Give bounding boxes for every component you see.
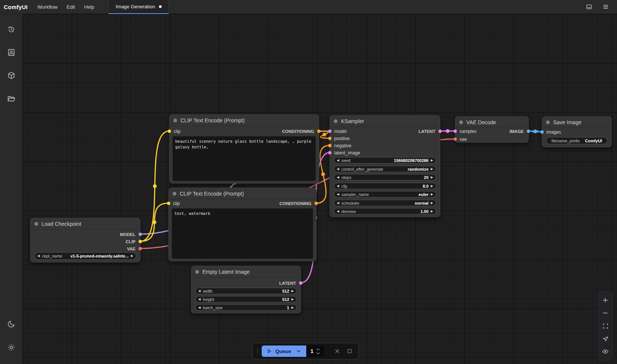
widget-cfg[interactable]: ◀cfg8.0▶ [334,183,436,189]
output-dot[interactable] [139,233,142,236]
step-down-icon[interactable] [316,352,320,355]
node-header[interactable]: Empty Latent Image [191,266,301,278]
decrement-arrow-icon[interactable]: ◀ [337,176,339,179]
output-slot-MODEL[interactable]: MODEL [31,231,140,238]
decrement-arrow-icon[interactable]: ◀ [337,210,339,213]
widget-height[interactable]: ◀height512▶ [195,296,297,302]
bottom-panel-icon[interactable] [585,2,594,11]
menu-icon[interactable] [601,2,610,11]
node-vae-decode[interactable]: VAE DecodesamplesvaeIMAGE [455,116,529,143]
widget-seed[interactable]: ◀seed156680208700286▶ [334,157,436,163]
input-slot-negative[interactable]: negative [330,142,440,149]
widget-scheduler[interactable]: ◀schedulernormal▶ [334,200,436,206]
step-up-icon[interactable] [316,348,320,351]
widget-sampler_name[interactable]: ◀sampler_nameeuler▶ [334,191,436,197]
output-dot[interactable] [438,130,442,133]
prompt-textarea[interactable]: text, watermark [172,208,313,259]
theme-moon-icon[interactable] [4,316,19,332]
node-ksampler[interactable]: KSamplermodelpositivenegativelatent_imag… [330,115,440,217]
output-dot[interactable] [139,240,142,243]
zoom-in-icon[interactable] [601,296,610,305]
node-header[interactable]: Save Image [542,117,611,128]
increment-arrow-icon[interactable]: ▶ [431,176,433,179]
output-slot-LATENT[interactable]: LATENT [191,280,301,287]
node-header[interactable]: Load Checkpoint [31,218,140,230]
decrement-arrow-icon[interactable]: ◀ [337,202,339,205]
input-dot[interactable] [328,151,332,154]
output-slot-CLIP[interactable]: CLIP [31,238,140,245]
select-cursor-icon[interactable] [601,334,610,343]
increment-arrow-icon[interactable]: ▶ [292,306,294,309]
output-dot[interactable] [139,247,142,250]
decrement-arrow-icon[interactable]: ◀ [337,193,339,196]
menu-workflow[interactable]: Workflow [33,0,62,14]
clear-queue-button[interactable] [333,347,341,356]
output-dot[interactable] [315,202,318,205]
input-dot[interactable] [540,130,544,134]
decrement-arrow-icon[interactable]: ◀ [337,168,339,171]
node-header[interactable]: CLIP Text Encode (Prompt) [169,188,316,199]
decrement-arrow-icon[interactable]: ◀ [198,298,201,301]
collapse-dot[interactable] [195,270,199,274]
node-empty-latent-image[interactable]: Empty Latent ImageLATENT◀width512▶◀heigh… [191,266,301,313]
menu-help[interactable]: Help [80,0,99,14]
increment-arrow-icon[interactable]: ▶ [431,202,433,205]
increment-arrow-icon[interactable]: ▶ [431,168,433,171]
increment-arrow-icon[interactable]: ▶ [431,159,433,162]
node-library-icon[interactable] [4,68,19,83]
widget-batch_size[interactable]: ◀batch_size1▶ [195,304,297,311]
output-slot-CONDITIONING[interactable]: CONDITIONING [170,128,319,135]
node-header[interactable]: VAE Decode [455,117,528,128]
drag-handle[interactable]: ⋮ [255,350,258,352]
widget-ckpt_name[interactable]: ◀ckpt_namev1-5-pruned-emaonly.safete...▶ [34,252,136,260]
input-slot-images[interactable]: images [542,129,611,136]
decrement-arrow-icon[interactable]: ◀ [198,290,201,293]
increment-arrow-icon[interactable]: ▶ [431,185,433,188]
history-icon[interactable] [4,22,19,37]
queue-run-button[interactable]: Queue [262,345,306,357]
input-dot[interactable] [453,137,457,141]
settings-gear-icon[interactable] [4,340,19,355]
menu-edit[interactable]: Edit [62,0,79,14]
input-dot[interactable] [328,144,332,147]
widget-width[interactable]: ◀width512▶ [195,288,297,294]
output-dot[interactable] [299,281,302,285]
toggle-links-eye-icon[interactable] [601,347,610,356]
increment-arrow-icon[interactable]: ▶ [431,193,433,196]
output-slot-LATENT[interactable]: LATENT [330,128,440,135]
input-slot-positive[interactable]: positive [330,135,440,142]
queue-log-icon[interactable] [4,45,19,60]
widget-filename_prefix[interactable]: filename_prefixComfyUI [546,137,608,144]
collapse-dot[interactable] [459,120,463,124]
node-clip-text-encode-negative[interactable]: CLIP Text Encode (Prompt)clipCONDITIONIN… [168,188,316,261]
decrement-arrow-icon[interactable]: ◀ [37,254,40,258]
widget-denoise[interactable]: ◀denoise1.00▶ [334,208,436,214]
fit-view-icon[interactable] [601,321,610,330]
output-slot-VAE[interactable]: VAE [31,245,140,252]
increment-arrow-icon[interactable]: ▶ [292,290,294,293]
decrement-arrow-icon[interactable]: ◀ [198,306,201,309]
node-header[interactable]: CLIP Text Encode (Prompt) [170,115,319,126]
node-header[interactable]: KSampler [330,116,440,127]
node-save-image[interactable]: Save Imageimagesfilename_prefixComfyUI [542,116,612,147]
collapse-dot[interactable] [173,192,176,196]
input-slot-latent_image[interactable]: latent_image [330,150,440,156]
collapse-dot[interactable] [546,120,550,124]
node-load-checkpoint[interactable]: Load CheckpointMODELCLIPVAE◀ckpt_namev1-… [30,218,140,262]
decrement-arrow-icon[interactable]: ◀ [337,185,339,188]
batch-count-input[interactable]: 1 [306,345,324,357]
workflows-folder-icon[interactable] [4,91,19,106]
widget-steps[interactable]: ◀steps20▶ [334,174,436,180]
increment-arrow-icon[interactable]: ▶ [292,298,294,301]
node-clip-text-encode-positive[interactable]: CLIP Text Encode (Prompt)clipCONDITIONIN… [169,114,319,184]
output-dot[interactable] [317,130,321,133]
output-slot-CONDITIONING[interactable]: CONDITIONING [169,200,316,207]
input-slot-vae[interactable]: vae [455,136,528,143]
output-dot[interactable] [527,130,530,133]
collapse-dot[interactable] [34,222,38,226]
widget-control_after_generate[interactable]: ◀control_after_generaterandomize▶ [334,166,436,172]
zoom-out-icon[interactable] [601,308,610,318]
increment-arrow-icon[interactable]: ▶ [131,254,133,258]
prompt-textarea[interactable]: beautiful scenery nature glass bottle la… [173,136,316,181]
increment-arrow-icon[interactable]: ▶ [431,210,433,213]
